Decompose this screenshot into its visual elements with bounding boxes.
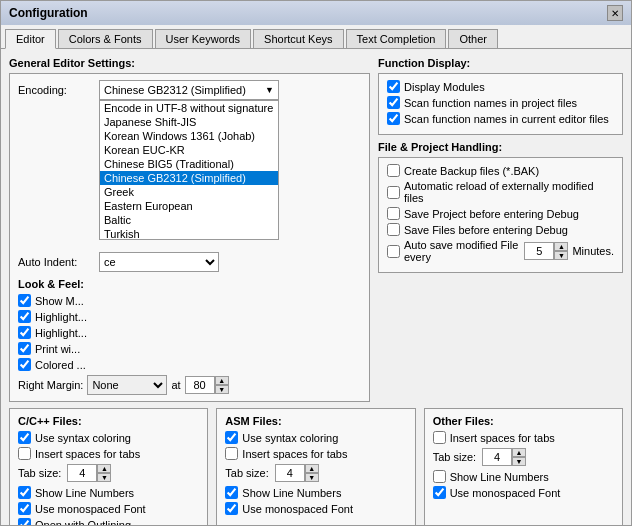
cpp-syntax-row: Use syntax coloring	[18, 431, 199, 444]
highlight2-label: Highlight...	[35, 327, 87, 339]
cpp-syntax-checkbox[interactable]	[18, 431, 31, 444]
right-margin-select[interactable]: None	[87, 375, 167, 395]
cpp-tabsize-input[interactable]: 4	[67, 464, 97, 482]
print-with-row: Print wi...	[18, 342, 361, 355]
encoding-option-korean1361[interactable]: Korean Windows 1361 (Johab)	[100, 129, 278, 143]
display-modules-checkbox[interactable]	[387, 80, 400, 93]
close-button[interactable]: ✕	[607, 5, 623, 21]
colored-checkbox[interactable]	[18, 358, 31, 371]
cpp-outlining-row: Open with Outlining	[18, 518, 199, 525]
print-with-checkbox[interactable]	[18, 342, 31, 355]
encoding-option-shiftjis[interactable]: Japanese Shift-JIS	[100, 115, 278, 129]
encoding-option-big5[interactable]: Chinese BIG5 (Traditional)	[100, 157, 278, 171]
margin-spinner-up[interactable]: ▲	[215, 376, 229, 385]
cpp-tabsize-down[interactable]: ▼	[97, 473, 111, 482]
cpp-monospace-checkbox[interactable]	[18, 502, 31, 515]
asm-syntax-checkbox[interactable]	[225, 431, 238, 444]
cpp-linenums-label: Show Line Numbers	[35, 487, 134, 499]
right-margin-row: Right Margin: None at 80 ▲ ▼	[18, 375, 361, 395]
display-modules-label: Display Modules	[404, 81, 485, 93]
auto-save-spinner-buttons: ▲ ▼	[554, 242, 568, 260]
encoding-option-baltic[interactable]: Baltic	[100, 213, 278, 227]
asm-syntax-label: Use syntax coloring	[242, 432, 338, 444]
auto-reload-checkbox[interactable]	[387, 186, 400, 199]
scan-project-label: Scan function names in project files	[404, 97, 577, 109]
encoding-dropdown-trigger[interactable]: Chinese GB2312 (Simplified) ▼	[99, 80, 279, 100]
save-project-checkbox[interactable]	[387, 207, 400, 220]
asm-monospace-checkbox[interactable]	[225, 502, 238, 515]
auto-indent-select[interactable]: ce	[99, 252, 219, 272]
cpp-spaces-checkbox[interactable]	[18, 447, 31, 460]
asm-tabsize-down[interactable]: ▼	[305, 473, 319, 482]
highlight1-checkbox[interactable]	[18, 310, 31, 323]
auto-save-spinner-up[interactable]: ▲	[554, 242, 568, 251]
encoding-option-utf8[interactable]: Encode in UTF-8 without signature	[100, 101, 278, 115]
margin-spinner: 80 ▲ ▼	[185, 376, 229, 394]
other-tabsize-up[interactable]: ▲	[512, 448, 526, 457]
right-margin-label: Right Margin:	[18, 379, 83, 391]
asm-monospace-label: Use monospaced Font	[242, 503, 353, 515]
asm-tabsize-spinner-buttons: ▲ ▼	[305, 464, 319, 482]
scan-project-checkbox[interactable]	[387, 96, 400, 109]
other-tabsize-row: Tab size: 4 ▲ ▼	[433, 448, 614, 466]
cpp-files-title: C/C++ Files:	[18, 415, 199, 427]
save-project-row: Save Project before entering Debug	[387, 207, 614, 220]
other-tabsize-spinner-buttons: ▲ ▼	[512, 448, 526, 466]
backup-row: Create Backup files (*.BAK)	[387, 164, 614, 177]
save-files-row: Save Files before entering Debug	[387, 223, 614, 236]
encoding-option-eastern[interactable]: Eastern European	[100, 199, 278, 213]
tabs-bar: Editor Colors & Fonts User Keywords Shor…	[1, 25, 631, 49]
asm-linenums-row: Show Line Numbers	[225, 486, 406, 499]
other-files-section: Other Files: Insert spaces for tabs Tab …	[424, 408, 623, 525]
other-monospace-row: Use monospaced Font	[433, 486, 614, 499]
save-files-checkbox[interactable]	[387, 223, 400, 236]
cpp-outlining-checkbox[interactable]	[18, 518, 31, 525]
asm-tabsize-input[interactable]: 4	[275, 464, 305, 482]
other-files-title: Other Files:	[433, 415, 614, 427]
dropdown-arrow-icon: ▼	[265, 85, 274, 95]
encoding-option-gb2312[interactable]: Chinese GB2312 (Simplified)	[100, 171, 278, 185]
tab-other[interactable]: Other	[448, 29, 498, 48]
scan-editor-checkbox[interactable]	[387, 112, 400, 125]
auto-save-spinner-down[interactable]: ▼	[554, 251, 568, 260]
backup-checkbox[interactable]	[387, 164, 400, 177]
encoding-option-turkish[interactable]: Turkish	[100, 227, 278, 240]
cpp-spaces-label: Insert spaces for tabs	[35, 448, 140, 460]
margin-spinner-down[interactable]: ▼	[215, 385, 229, 394]
bottom-sections: C/C++ Files: Use syntax coloring Insert …	[9, 408, 623, 525]
other-monospace-checkbox[interactable]	[433, 486, 446, 499]
cpp-tabsize-up[interactable]: ▲	[97, 464, 111, 473]
encoding-row: Encoding: Chinese GB2312 (Simplified) ▼	[18, 80, 361, 100]
colored-row: Colored ...	[18, 358, 361, 371]
look-feel-row: Look & Feel:	[18, 278, 361, 290]
auto-save-checkbox[interactable]	[387, 245, 400, 258]
other-tabsize-down[interactable]: ▼	[512, 457, 526, 466]
encoding-option-greek[interactable]: Greek	[100, 185, 278, 199]
tab-editor[interactable]: Editor	[5, 29, 56, 49]
tab-user-keywords[interactable]: User Keywords	[155, 29, 252, 48]
other-tabsize-input[interactable]: 4	[482, 448, 512, 466]
auto-indent-label: Auto Indent:	[18, 256, 93, 268]
asm-linenums-checkbox[interactable]	[225, 486, 238, 499]
cpp-tabsize-spinner: 4 ▲ ▼	[67, 464, 111, 482]
asm-spaces-checkbox[interactable]	[225, 447, 238, 460]
cpp-linenums-checkbox[interactable]	[18, 486, 31, 499]
asm-tabsize-up[interactable]: ▲	[305, 464, 319, 473]
asm-spaces-row: Insert spaces for tabs	[225, 447, 406, 460]
encoding-option-euckr[interactable]: Korean EUC-KR	[100, 143, 278, 157]
other-spaces-checkbox[interactable]	[433, 431, 446, 444]
asm-tabsize-spinner: 4 ▲ ▼	[275, 464, 319, 482]
tab-shortcut-keys[interactable]: Shortcut Keys	[253, 29, 343, 48]
scan-project-row: Scan function names in project files	[387, 96, 614, 109]
auto-reload-row: Automatic reload of externally modified …	[387, 180, 614, 204]
tab-colors-fonts[interactable]: Colors & Fonts	[58, 29, 153, 48]
other-tabsize-label: Tab size:	[433, 451, 476, 463]
function-display-title: Function Display:	[378, 57, 623, 69]
auto-save-value-input[interactable]: 5	[524, 242, 554, 260]
tab-text-completion[interactable]: Text Completion	[346, 29, 447, 48]
other-linenums-checkbox[interactable]	[433, 470, 446, 483]
margin-value-input[interactable]: 80	[185, 376, 215, 394]
show-m-checkbox[interactable]	[18, 294, 31, 307]
highlight2-checkbox[interactable]	[18, 326, 31, 339]
colored-label: Colored ...	[35, 359, 86, 371]
